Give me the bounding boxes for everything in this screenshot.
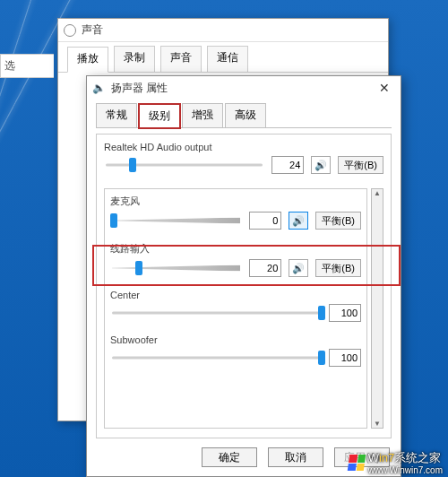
properties-title: 扬声器 属性 [111,81,168,96]
windows-flag-icon [347,455,366,471]
volume-value[interactable]: 24 [271,156,304,174]
properties-titlebar[interactable]: 🔈 扬声器 属性 ✕ [87,76,401,100]
group-label: Center [110,290,361,300]
group-label: 线路输入 [110,242,361,256]
group-center: Center 100 [110,290,361,322]
group-label: Realtek HD Audio output [104,142,383,152]
watermark-url: www.Winwin7.com [368,466,443,475]
scrollbar[interactable]: ▲ ▼ [371,188,383,429]
balance-button[interactable]: 平衡(B) [315,212,361,230]
volume-value[interactable]: 100 [329,304,361,322]
tab-levels[interactable]: 级别 [139,104,180,128]
mute-button[interactable]: 🔊 [311,156,331,174]
group-subwoofer: Subwoofer 100 [110,334,361,367]
group-linein: 线路输入 20 🔊 平衡(B) [110,242,361,277]
balance-button[interactable]: 平衡(B) [315,259,361,277]
scroll-down-icon[interactable]: ▼ [374,420,381,428]
speaker-properties-window: 🔈 扬声器 属性 ✕ 常规 级别 增强 高级 Realtek HD Audio … [86,75,401,477]
volume-value[interactable]: 20 [249,259,281,277]
scroll-region: 麦克风 0 🔊 平衡(B) 线路输入 [104,188,367,429]
speaker-icon [64,24,76,37]
volume-slider[interactable] [110,349,322,367]
tab-general[interactable]: 常规 [96,103,137,127]
truncated-text: 选 [0,54,54,78]
tab-advanced[interactable]: 高级 [225,103,266,127]
volume-slider[interactable] [110,304,322,322]
cancel-button[interactable]: 取消 [268,447,323,467]
scroll-up-icon[interactable]: ▲ [374,189,381,197]
sound-tabs: 播放 录制 声音 通信 [58,42,388,73]
speaker-icon: 🔈 [92,82,106,94]
balance-button[interactable]: 平衡(B) [338,156,383,174]
mute-button[interactable]: 🔊 [289,259,308,277]
tab-recording[interactable]: 录制 [114,46,155,72]
tab-sounds[interactable]: 声音 [160,46,202,72]
properties-tabs: 常规 级别 增强 高级 [87,100,401,127]
group-label: Subwoofer [110,334,361,345]
volume-slider[interactable] [110,212,242,230]
volume-value[interactable]: 0 [249,212,281,230]
group-microphone: 麦克风 0 🔊 平衡(B) [110,195,361,230]
volume-value[interactable]: 100 [329,349,361,367]
ok-button[interactable]: 确定 [202,447,257,467]
sound-window-titlebar[interactable]: 声音 [58,19,388,42]
group-realtek: Realtek HD Audio output 24 🔊 平衡(B) [104,142,383,174]
volume-slider[interactable] [104,156,264,174]
tab-enhancements[interactable]: 增强 [182,103,223,127]
group-label: 麦克风 [110,195,361,208]
close-icon[interactable]: ✕ [374,81,395,95]
volume-slider[interactable] [110,259,242,277]
tab-playback[interactable]: 播放 [67,47,108,73]
watermark-brand: Win7系统之家 [368,451,442,464]
sound-window-title: 声音 [82,22,103,38]
levels-panel: Realtek HD Audio output 24 🔊 平衡(B) 麦克风 [96,134,392,438]
tab-communications[interactable]: 通信 [207,46,248,72]
watermark: Win7系统之家 www.Winwin7.com [349,450,443,475]
mute-button[interactable]: 🔊 [289,212,308,230]
